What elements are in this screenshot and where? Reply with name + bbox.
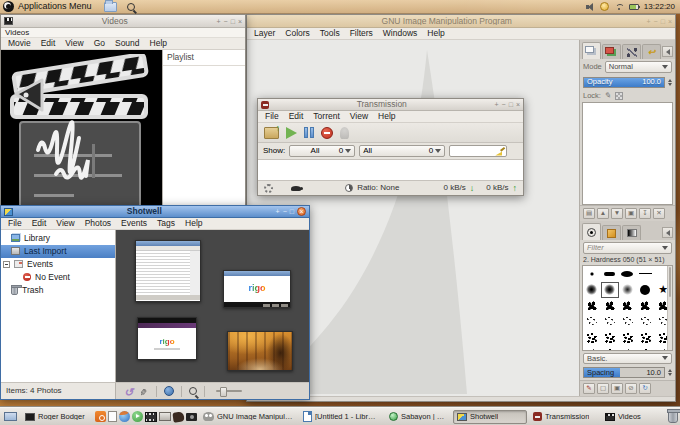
torrent-properties-icon[interactable] [340, 127, 349, 139]
sidebar-item-last-import[interactable]: Last Import [1, 245, 115, 258]
brush-grid[interactable] [582, 265, 673, 351]
search-icon[interactable] [127, 3, 135, 11]
transmission-titlebar[interactable]: Transmission + − □ × [258, 99, 523, 111]
file-manager-icon[interactable] [104, 2, 117, 12]
launcher-game-icon[interactable] [172, 411, 184, 422]
menu-tools[interactable]: Tools [315, 28, 345, 39]
menu-filters[interactable]: Filters [345, 28, 378, 39]
brush-swatch[interactable] [601, 298, 619, 314]
tracker-filter-select[interactable]: All 0 [359, 145, 445, 157]
tab-channels[interactable] [602, 44, 621, 59]
launcher-camera-icon[interactable] [186, 413, 197, 421]
trash-icon[interactable] [668, 411, 678, 423]
taskbar-item-libreoffice[interactable]: [Untitled 1 - LibreOffic... [299, 410, 383, 424]
lock-pixels-icon[interactable] [604, 92, 611, 100]
menu-sound[interactable]: Sound [110, 38, 145, 49]
expander-icon[interactable] [3, 261, 10, 268]
clear-search-icon[interactable] [495, 147, 504, 156]
menu-view[interactable]: View [51, 218, 79, 229]
tab-gradients[interactable] [622, 225, 641, 240]
opacity-spinner[interactable] [668, 79, 672, 86]
taskbar-item-roger-bodger[interactable]: Roger Bodger [21, 410, 93, 424]
launcher-video-icon[interactable] [145, 412, 157, 422]
menu-colors[interactable]: Colors [280, 28, 315, 39]
layers-list[interactable] [582, 102, 673, 206]
brush-tag-select[interactable]: Basic. [583, 353, 672, 365]
photo-thumbnail-package-list[interactable] [135, 240, 201, 302]
gimp-titlebar[interactable]: GNU Image Manipulation Program + − □ × [247, 15, 675, 28]
menu-photos[interactable]: Photos [80, 218, 116, 229]
taskbar-item-gimp[interactable]: GNU Image Manipulat... [199, 410, 297, 424]
duplicate-brush-button[interactable] [611, 383, 623, 394]
menu-help[interactable]: Help [180, 218, 207, 229]
publish-globe-icon[interactable] [164, 386, 174, 396]
photo-thumbnail-autumn[interactable] [227, 331, 293, 371]
menu-edit[interactable]: Edit [27, 218, 52, 229]
remove-torrent-icon[interactable] [321, 127, 333, 139]
shotwell-titlebar[interactable]: Shotwell + − □ × [1, 206, 309, 218]
brush-swatch[interactable] [619, 330, 637, 346]
menu-file[interactable]: File [3, 218, 27, 229]
new-layer-button[interactable] [583, 208, 595, 219]
brush-swatch[interactable] [619, 314, 637, 330]
opacity-slider[interactable]: Opacity 100.0 [583, 77, 665, 88]
show-desktop-button[interactable] [2, 410, 19, 424]
brush-swatch[interactable] [636, 266, 654, 282]
brush-swatch[interactable] [619, 266, 637, 282]
menu-help[interactable]: Help [373, 111, 400, 122]
search-icon[interactable] [189, 387, 197, 395]
tab-paths[interactable] [622, 44, 641, 59]
menu-torrent[interactable]: Torrent [308, 111, 344, 122]
enhance-icon[interactable] [140, 383, 148, 399]
rotate-icon[interactable] [124, 383, 133, 399]
playlist-list[interactable] [163, 66, 245, 206]
lock-alpha-icon[interactable] [615, 92, 623, 100]
alt-speed-turtle-icon[interactable] [291, 186, 301, 191]
brush-swatch[interactable] [619, 282, 637, 298]
menu-events[interactable]: Events [116, 218, 152, 229]
taskbar-item-transmission[interactable]: Transmission [529, 410, 599, 424]
taskbar-item-shotwell[interactable]: Shotwell [453, 410, 527, 424]
launcher-display-icon[interactable] [159, 412, 171, 421]
pause-torrent-icon[interactable] [304, 127, 314, 138]
menu-view[interactable]: View [345, 111, 373, 122]
brush-swatch[interactable] [636, 282, 654, 298]
menu-go[interactable]: Go [89, 38, 110, 49]
launcher-rigo-icon[interactable] [95, 411, 106, 422]
minimize-button[interactable]: − [502, 101, 506, 108]
brush-swatch[interactable] [601, 330, 619, 346]
network-icon[interactable] [614, 3, 624, 11]
minimize-button[interactable]: − [224, 18, 228, 25]
menu-layer[interactable]: Layer [249, 28, 280, 39]
brush-swatch-selected[interactable] [601, 282, 619, 298]
edit-brush-button[interactable] [583, 383, 595, 394]
maximize-button[interactable]: □ [509, 101, 513, 108]
shade-button[interactable]: + [646, 18, 650, 25]
gimp-window[interactable]: GNU Image Manipulation Program + − □ × L… [246, 14, 676, 402]
new-brush-button[interactable] [597, 383, 609, 394]
menu-movie[interactable]: Movie [3, 38, 36, 49]
clock[interactable]: 13:22:20 [644, 3, 677, 11]
close-button[interactable]: × [668, 18, 672, 25]
maximize-button[interactable]: □ [290, 208, 294, 215]
battery-icon[interactable] [629, 4, 639, 10]
brush-swatch[interactable] [636, 330, 654, 346]
menu-windows[interactable]: Windows [378, 28, 422, 39]
photo-grid[interactable]: rigo rigo [116, 230, 309, 383]
refresh-brushes-button[interactable] [639, 383, 651, 394]
volume-icon[interactable] [586, 3, 595, 11]
tab-layers[interactable] [582, 42, 601, 59]
shade-button[interactable]: + [276, 208, 280, 215]
start-torrent-icon[interactable] [286, 127, 297, 139]
brush-swatch[interactable] [583, 298, 601, 314]
minimize-button[interactable]: − [654, 18, 658, 25]
close-button[interactable]: × [516, 101, 520, 108]
minimize-button[interactable]: − [283, 208, 287, 215]
maximize-button[interactable]: □ [231, 18, 235, 25]
open-torrent-icon[interactable] [264, 127, 279, 139]
brush-swatch[interactable] [601, 314, 619, 330]
tab-undo-history[interactable] [642, 44, 661, 59]
anchor-layer-button[interactable] [639, 208, 651, 219]
sidebar-item-library[interactable]: Library [1, 232, 115, 245]
brush-swatch[interactable] [583, 346, 601, 351]
